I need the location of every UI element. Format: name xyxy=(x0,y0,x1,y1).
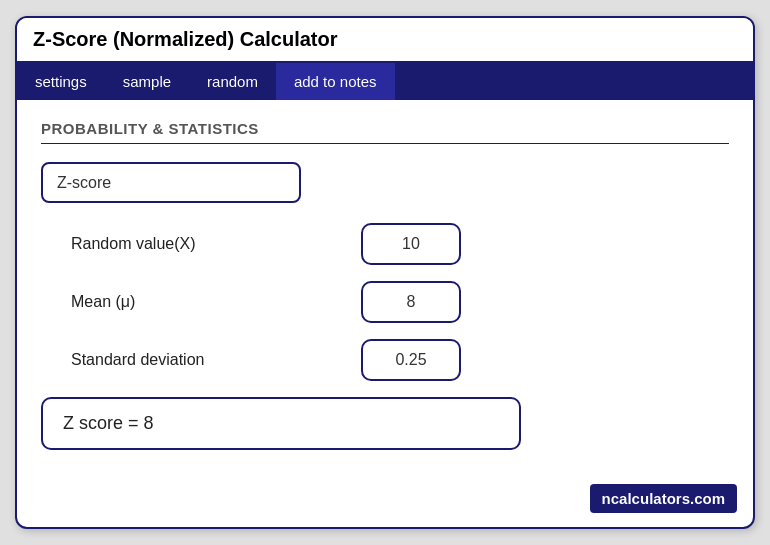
app-title: Z-Score (Normalized) Calculator xyxy=(33,28,737,51)
tab-bar: settings sample random add to notes xyxy=(17,63,753,100)
random-value-label: Random value(X) xyxy=(41,235,361,253)
tab-sample[interactable]: sample xyxy=(105,63,189,100)
result-box: Z score = 8 xyxy=(41,397,521,450)
mean-input[interactable] xyxy=(361,281,461,323)
tab-settings[interactable]: settings xyxy=(17,63,105,100)
std-dev-label: Standard deviation xyxy=(41,351,361,369)
std-dev-input[interactable] xyxy=(361,339,461,381)
std-dev-row: Standard deviation xyxy=(41,339,729,381)
tab-random[interactable]: random xyxy=(189,63,276,100)
mean-label: Mean (μ) xyxy=(41,293,361,311)
mean-row: Mean (μ) xyxy=(41,281,729,323)
tab-add-to-notes[interactable]: add to notes xyxy=(276,63,395,100)
random-value-row: Random value(X) xyxy=(41,223,729,265)
content-area: PROBABILITY & STATISTICS Z-score Random … xyxy=(17,100,753,474)
calculator-type-select[interactable]: Z-score xyxy=(41,162,301,203)
random-value-input[interactable] xyxy=(361,223,461,265)
title-bar: Z-Score (Normalized) Calculator xyxy=(17,18,753,63)
section-label: PROBABILITY & STATISTICS xyxy=(41,120,729,144)
footer: ncalculators.com xyxy=(17,474,753,527)
brand-badge: ncalculators.com xyxy=(590,484,737,513)
calculator-container: Z-Score (Normalized) Calculator settings… xyxy=(15,16,755,529)
